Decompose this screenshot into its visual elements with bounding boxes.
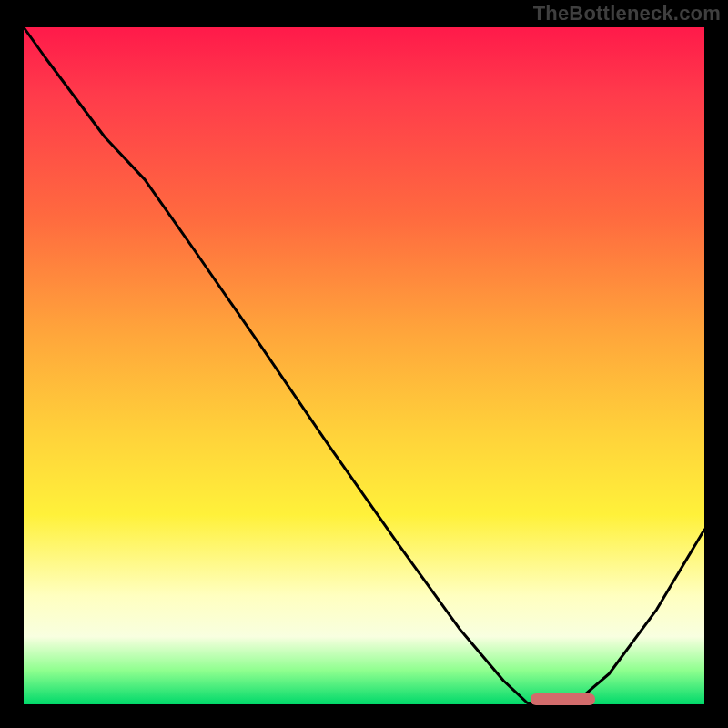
plot-area — [24, 27, 704, 704]
chart-frame: TheBottleneck.com — [0, 0, 728, 728]
bottleneck-curve — [24, 27, 704, 703]
curve-svg — [24, 27, 704, 704]
optimum-marker — [531, 693, 595, 705]
watermark-text: TheBottleneck.com — [533, 2, 721, 25]
